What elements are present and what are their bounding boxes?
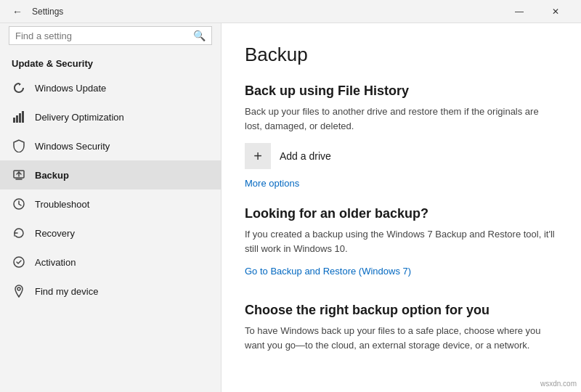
recovery-icon bbox=[12, 226, 26, 240]
delivery-optimization-icon bbox=[12, 110, 26, 124]
section1-description: Back up your files to another drive and … bbox=[245, 105, 558, 133]
more-options-link[interactable]: More options bbox=[245, 178, 558, 189]
watermark: wsxdn.com bbox=[540, 380, 577, 388]
section3-title: Choose the right backup option for you bbox=[245, 303, 558, 318]
backup-icon bbox=[12, 168, 26, 182]
svg-point-7 bbox=[17, 287, 20, 290]
sidebar-item-label-troubleshoot: Troubleshoot bbox=[35, 199, 89, 210]
title-bar: ← Settings — ✕ bbox=[0, 0, 581, 23]
section2-title: Looking for an older backup? bbox=[245, 206, 558, 221]
sidebar-item-label-activation: Activation bbox=[35, 257, 76, 268]
sidebar-item-troubleshoot[interactable]: Troubleshoot bbox=[0, 189, 221, 219]
add-drive-button[interactable]: + Add a drive bbox=[245, 143, 558, 169]
activation-icon bbox=[12, 255, 26, 269]
search-input[interactable] bbox=[15, 30, 193, 41]
sidebar-item-label-find-my-device: Find my device bbox=[35, 286, 98, 297]
sidebar-item-label-recovery: Recovery bbox=[35, 228, 75, 239]
search-box[interactable]: 🔍 bbox=[9, 26, 212, 45]
section2-description: If you created a backup using the Window… bbox=[245, 227, 558, 256]
troubleshoot-icon bbox=[12, 197, 26, 211]
section1-title: Back up using File History bbox=[245, 83, 558, 99]
windows-update-icon bbox=[12, 81, 26, 95]
minimize-button[interactable]: — bbox=[503, 0, 536, 23]
sidebar-item-activation[interactable]: Activation bbox=[0, 248, 221, 277]
sidebar-item-recovery[interactable]: Recovery bbox=[0, 219, 221, 248]
sidebar-item-windows-security[interactable]: Windows Security bbox=[0, 131, 221, 160]
close-button[interactable]: ✕ bbox=[539, 0, 572, 23]
add-drive-label: Add a drive bbox=[280, 150, 331, 162]
svg-rect-1 bbox=[16, 115, 18, 123]
add-drive-icon: + bbox=[245, 143, 271, 169]
svg-rect-0 bbox=[13, 118, 15, 123]
sidebar-item-backup[interactable]: Backup bbox=[0, 160, 221, 189]
page-title: Backup bbox=[245, 44, 558, 66]
svg-rect-3 bbox=[22, 111, 24, 123]
sidebar-item-windows-update[interactable]: Windows Update bbox=[0, 73, 221, 102]
sidebar-item-label-backup: Backup bbox=[35, 170, 69, 181]
sidebar-item-find-my-device[interactable]: Find my device bbox=[0, 277, 221, 306]
section3-description: To have Windows back up your files to a … bbox=[245, 324, 558, 352]
sidebar-section-header: Update & Security bbox=[0, 51, 221, 73]
content-area: Backup Back up using File History Back u… bbox=[222, 23, 581, 392]
windows-security-icon bbox=[12, 139, 26, 153]
svg-rect-2 bbox=[19, 113, 21, 123]
main-content: 🔍 Update & Security Windows UpdateDelive… bbox=[0, 23, 581, 392]
sidebar-item-label-windows-security: Windows Security bbox=[35, 141, 110, 152]
backup-restore-link[interactable]: Go to Backup and Restore (Windows 7) bbox=[245, 266, 558, 277]
sidebar-item-label-delivery-optimization: Delivery Optimization bbox=[35, 112, 124, 123]
title-bar-title: Settings bbox=[32, 7, 63, 17]
window-controls: — ✕ bbox=[503, 0, 572, 23]
find-my-device-icon bbox=[12, 284, 26, 298]
sidebar-item-label-windows-update: Windows Update bbox=[35, 83, 106, 94]
sidebar: 🔍 Update & Security Windows UpdateDelive… bbox=[0, 23, 222, 392]
search-icon: 🔍 bbox=[193, 30, 206, 41]
sidebar-item-delivery-optimization[interactable]: Delivery Optimization bbox=[0, 102, 221, 131]
back-button[interactable]: ← bbox=[9, 3, 26, 20]
